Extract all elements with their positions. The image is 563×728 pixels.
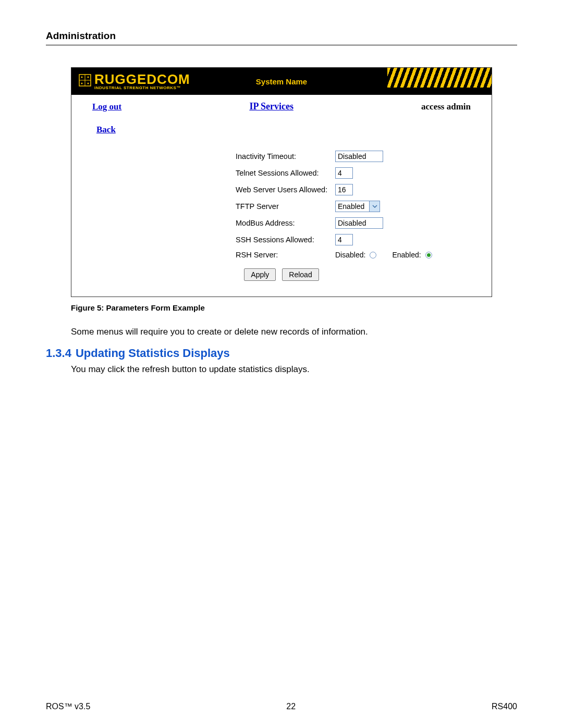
- svg-point-4: [88, 77, 89, 78]
- paragraph-1: Some menus will require you to create or…: [71, 327, 517, 337]
- apply-button[interactable]: Apply: [244, 268, 276, 281]
- footer-center: 22: [286, 702, 296, 711]
- section-title: Updating Statistics Displays: [76, 347, 230, 360]
- radio-dot-icon: [427, 253, 431, 257]
- select-tftp-server-value: Enabled: [336, 202, 369, 211]
- input-modbus-address[interactable]: [335, 217, 383, 229]
- system-name-label: System Name: [256, 77, 307, 86]
- form-area: Inactivity Timeout: Telnet Sessions Allo…: [71, 140, 492, 297]
- label-inactivity-timeout: Inactivity Timeout:: [71, 152, 332, 161]
- footer-left: ROS™ v3.5: [46, 702, 90, 711]
- label-modbus-address: ModBus Address:: [71, 219, 332, 227]
- parameters-form-figure: RUGGEDCOM INDUSTRIAL STRENGTH NETWORKS™ …: [71, 67, 492, 297]
- logo-main-text: RUGGEDCOM: [94, 72, 190, 86]
- access-label: access admin: [421, 102, 471, 112]
- page-footer: ROS™ v3.5 22 RS400: [46, 702, 517, 711]
- radio-rsh-disabled[interactable]: [370, 252, 376, 258]
- label-tftp-server: TFTP Server: [71, 202, 332, 211]
- paragraph-2: You may click the refresh button to upda…: [71, 364, 517, 375]
- svg-point-6: [88, 83, 89, 84]
- header-hatch-pattern: [387, 68, 492, 88]
- page-header: Administration: [46, 30, 517, 45]
- row-modbus-address: ModBus Address:: [71, 217, 492, 229]
- input-telnet-sessions[interactable]: [335, 167, 353, 179]
- chevron-down-icon: [369, 201, 380, 212]
- radio-label-enabled: Enabled:: [392, 251, 421, 259]
- row-rsh-server: RSH Server: Disabled: Enabled:: [71, 251, 492, 259]
- section-heading: 1.3.4Updating Statistics Displays: [46, 347, 517, 360]
- logo: RUGGEDCOM INDUSTRIAL STRENGTH NETWORKS™: [71, 72, 190, 90]
- nav-row: Log out IP Services access admin: [71, 95, 492, 116]
- svg-point-5: [81, 83, 83, 84]
- row-tftp-server: TFTP Server Enabled: [71, 201, 492, 212]
- radio-rsh-enabled[interactable]: [425, 252, 432, 258]
- label-web-server-users: Web Server Users Allowed:: [71, 186, 332, 194]
- logout-link[interactable]: Log out: [92, 102, 121, 112]
- logo-sub-text: INDUSTRIAL STRENGTH NETWORKS™: [94, 86, 190, 90]
- ip-services-link[interactable]: IP Services: [249, 101, 293, 112]
- row-web-server-users: Web Server Users Allowed:: [71, 184, 492, 195]
- row-ssh-sessions: SSH Sessions Allowed:: [71, 234, 492, 245]
- reload-button[interactable]: Reload: [282, 268, 319, 281]
- input-web-server-users[interactable]: [335, 184, 353, 195]
- label-rsh-server: RSH Server:: [71, 251, 332, 259]
- label-ssh-sessions: SSH Sessions Allowed:: [71, 236, 332, 244]
- select-tftp-server[interactable]: Enabled: [335, 201, 380, 212]
- app-header-bar: RUGGEDCOM INDUSTRIAL STRENGTH NETWORKS™ …: [71, 68, 492, 95]
- row-inactivity-timeout: Inactivity Timeout:: [71, 151, 492, 162]
- input-inactivity-timeout[interactable]: [335, 151, 383, 162]
- logo-icon: [79, 74, 91, 89]
- back-link[interactable]: Back: [96, 125, 116, 134]
- figure-caption: Figure 5: Parameters Form Example: [71, 303, 517, 312]
- footer-right: RS400: [492, 702, 517, 711]
- row-telnet-sessions: Telnet Sessions Allowed:: [71, 167, 492, 179]
- radio-label-disabled: Disabled:: [335, 251, 365, 259]
- svg-point-3: [81, 77, 83, 78]
- input-ssh-sessions[interactable]: [335, 234, 353, 245]
- section-number: 1.3.4: [46, 347, 71, 360]
- label-telnet-sessions: Telnet Sessions Allowed:: [71, 169, 332, 177]
